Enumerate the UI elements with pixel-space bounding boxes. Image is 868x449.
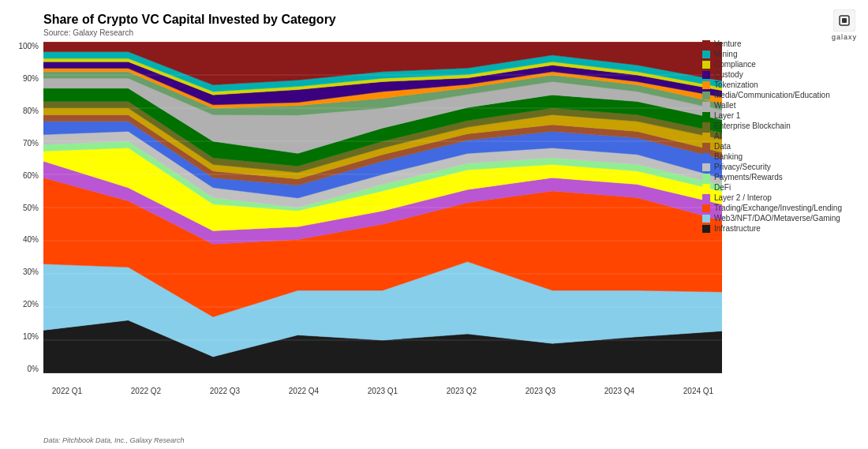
legend-color-10 xyxy=(702,143,710,151)
legend-item-15: Layer 2 / Interop xyxy=(702,193,868,202)
y-label-90: 90% xyxy=(6,74,39,83)
legend-label-8: Enterprise Blockchain xyxy=(714,122,791,130)
legend-label-10: Data xyxy=(714,142,731,151)
legend-label-5: Media/Communication/Education xyxy=(714,91,830,99)
legend-item-9: AI xyxy=(702,132,868,140)
y-label-0: 0% xyxy=(6,365,39,373)
legend-label-9: AI xyxy=(714,132,721,140)
svg-rect-2 xyxy=(842,18,847,23)
legend-color-18 xyxy=(702,225,710,233)
legend-item-14: DeFi xyxy=(702,183,868,192)
y-label-50: 50% xyxy=(6,204,39,212)
legend-item-10: Data xyxy=(702,142,868,151)
x-label-2022q4: 2022 Q4 xyxy=(280,387,327,395)
legend-color-7 xyxy=(702,112,710,120)
x-label-2023q1: 2023 Q1 xyxy=(359,387,406,395)
y-label-100: 100% xyxy=(6,42,39,51)
legend-item-18: Infrastructure xyxy=(702,224,868,233)
y-label-60: 60% xyxy=(6,171,39,180)
legend-color-13 xyxy=(702,174,710,181)
legend-label-2: Compliance xyxy=(714,60,756,69)
legend-label-6: Wallet xyxy=(714,101,735,110)
legend-color-4 xyxy=(702,81,710,89)
legend-label-3: Custody xyxy=(714,70,743,79)
legend-color-8 xyxy=(702,122,710,130)
legend-item-7: Layer 1 xyxy=(702,111,868,120)
legend-item-4: Tokenization xyxy=(702,80,868,89)
legend-label-7: Layer 1 xyxy=(714,111,740,120)
y-label-40: 40% xyxy=(6,235,39,244)
legend: VentureMiningComplianceCustodyTokenizati… xyxy=(702,39,868,233)
stacked-area-chart xyxy=(43,42,722,373)
legend-color-5 xyxy=(702,92,710,99)
legend-label-16: Trading/Exchange/Investing/Lending xyxy=(714,204,842,212)
y-label-70: 70% xyxy=(6,139,39,148)
legend-color-17 xyxy=(702,215,710,223)
legend-item-8: Enterprise Blockchain xyxy=(702,122,868,130)
footer-source: Data: Pitchbook Data, Inc., Galaxy Resea… xyxy=(43,436,185,444)
x-label-2024q1: 2024 Q1 xyxy=(675,387,722,395)
chart-title: Share of Crypto VC Capital Invested by C… xyxy=(43,13,852,27)
legend-color-1 xyxy=(702,51,710,58)
legend-item-17: Web3/NFT/DAO/Metaverse/Gaming xyxy=(702,214,868,223)
legend-color-11 xyxy=(702,153,710,161)
y-label-20: 20% xyxy=(6,300,39,309)
y-label-80: 80% xyxy=(6,107,39,115)
x-label-2022q2: 2022 Q2 xyxy=(122,387,170,395)
legend-color-14 xyxy=(702,184,710,192)
legend-color-6 xyxy=(702,102,710,110)
legend-color-9 xyxy=(702,133,710,140)
legend-item-0: Venture xyxy=(702,39,868,48)
legend-item-3: Custody xyxy=(702,70,868,79)
y-label-10: 10% xyxy=(6,332,39,341)
x-label-2023q3: 2023 Q3 xyxy=(517,387,564,395)
legend-item-2: Compliance xyxy=(702,60,868,69)
y-label-30: 30% xyxy=(6,268,39,276)
x-label-2023q2: 2023 Q2 xyxy=(438,387,485,395)
x-label-2022q1: 2022 Q1 xyxy=(43,387,91,395)
legend-item-5: Media/Communication/Education xyxy=(702,91,868,99)
y-axis: 0% 10% 20% 30% 40% 50% 60% 70% 80% 90% 1… xyxy=(6,42,39,373)
legend-label-11: Banking xyxy=(714,152,743,161)
legend-label-12: Privacy/Security xyxy=(714,163,771,171)
legend-item-6: Wallet xyxy=(702,101,868,110)
chart-container: Share of Crypto VC Capital Invested by C… xyxy=(0,0,868,449)
legend-item-1: Mining xyxy=(702,50,868,58)
legend-label-18: Infrastructure xyxy=(714,224,761,233)
galaxy-icon xyxy=(833,9,855,32)
legend-color-12 xyxy=(702,163,710,171)
legend-label-0: Venture xyxy=(714,39,741,48)
x-axis: 2022 Q1 2022 Q2 2022 Q3 2022 Q4 2023 Q1 … xyxy=(43,387,722,395)
x-label-2022q3: 2022 Q3 xyxy=(201,387,249,395)
legend-label-1: Mining xyxy=(714,50,737,58)
x-label-2023q4: 2023 Q4 xyxy=(596,387,643,395)
legend-label-14: DeFi xyxy=(714,183,731,192)
legend-item-11: Banking xyxy=(702,152,868,161)
legend-color-16 xyxy=(702,204,710,212)
legend-item-16: Trading/Exchange/Investing/Lending xyxy=(702,204,868,212)
legend-label-4: Tokenization xyxy=(714,80,758,89)
legend-label-17: Web3/NFT/DAO/Metaverse/Gaming xyxy=(714,214,840,223)
legend-color-2 xyxy=(702,61,710,69)
legend-label-15: Layer 2 / Interop xyxy=(714,193,772,202)
legend-label-13: Payments/Rewards xyxy=(714,173,783,181)
legend-color-0 xyxy=(702,40,710,48)
legend-item-13: Payments/Rewards xyxy=(702,173,868,181)
source-label: Source: Galaxy Research xyxy=(43,28,852,37)
legend-color-15 xyxy=(702,194,710,202)
legend-item-12: Privacy/Security xyxy=(702,163,868,171)
legend-color-3 xyxy=(702,71,710,79)
galaxy-logo: galaxy xyxy=(832,9,857,41)
